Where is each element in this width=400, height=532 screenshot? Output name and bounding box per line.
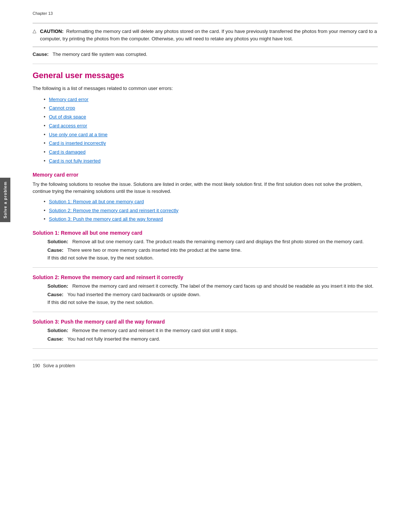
solution3-text: Remove the memory card and reinsert it i… xyxy=(72,328,238,333)
solution-links-list: Solution 1: Remove all but one memory ca… xyxy=(33,198,378,223)
list-item: Out of disk space xyxy=(44,113,378,121)
list-item: Card is not fully inserted xyxy=(44,157,378,165)
side-tab-label: Solve a problem xyxy=(3,181,7,218)
solution1-cause-text: There were two or more memory cards inse… xyxy=(67,247,241,253)
cause-line: Cause: The memory card file system was c… xyxy=(33,51,378,57)
solution1-if-not-solved: If this did not solve the issue, try the… xyxy=(47,255,378,261)
memory-card-error-title: Memory card error xyxy=(33,172,378,178)
solution1-text: Remove all but one memory card. The prod… xyxy=(72,239,364,244)
caution-box: △ CAUTION: Reformatting the memory card … xyxy=(33,23,378,47)
solution1-cause-label: Cause: xyxy=(47,247,63,253)
solution2-if-not-solved: If this did not solve the issue, try the… xyxy=(47,300,378,305)
page-number: 190 xyxy=(33,363,40,368)
solution2-cause-label: Cause: xyxy=(47,292,63,297)
solution2-title: Solution 2: Remove the memory card and r… xyxy=(33,274,378,280)
list-item: Memory card error xyxy=(44,96,378,104)
solution3-label: Solution: xyxy=(47,328,68,333)
list-item: Solution 3: Push the memory card all the… xyxy=(44,215,378,223)
list-item: Card access error xyxy=(44,122,378,130)
link-use-only-one-card[interactable]: Use only one card at a time xyxy=(49,132,107,137)
link-sol2[interactable]: Solution 2: Remove the memory card and r… xyxy=(49,208,179,213)
solution2-cause-block: Cause: You had inserted the memory card … xyxy=(47,292,378,297)
link-sol3[interactable]: Solution 3: Push the memory card all the… xyxy=(49,216,163,222)
section-intro: The following is a list of messages rela… xyxy=(33,85,378,92)
divider-sol2 xyxy=(33,312,378,312)
footer: 190 Solve a problem xyxy=(33,360,378,368)
solution2-text: Remove the memory card and reinsert it c… xyxy=(72,283,373,289)
solution3-block: Solution: Remove the memory card and rei… xyxy=(47,328,378,333)
list-item: Solution 1: Remove all but one memory ca… xyxy=(44,198,378,206)
link-cannot-crop[interactable]: Cannot crop xyxy=(49,105,75,111)
link-sol1[interactable]: Solution 1: Remove all but one memory ca… xyxy=(49,199,144,204)
divider-top xyxy=(33,64,378,64)
solution3-cause-block: Cause: You had not fully inserted the me… xyxy=(47,336,378,342)
footer-label: Solve a problem xyxy=(43,363,75,368)
solution1-block: Solution: Remove all but one memory card… xyxy=(47,239,378,244)
link-card-access-error[interactable]: Card access error xyxy=(49,123,87,128)
solution1-label: Solution: xyxy=(47,239,68,244)
caution-label: CAUTION: xyxy=(40,29,64,34)
chapter-label: Chapter 13 xyxy=(33,11,378,16)
divider-sol3 xyxy=(33,348,378,349)
solution2-cause-text: You had inserted the memory card backwar… xyxy=(67,292,200,297)
list-item: Card is inserted incorrectly xyxy=(44,140,378,147)
side-tab: Solve a problem xyxy=(0,178,10,222)
solution3-cause-label: Cause: xyxy=(47,336,63,342)
caution-icon: △ xyxy=(33,28,36,34)
list-item: Solution 2: Remove the memory card and r… xyxy=(44,207,378,215)
solution3-title: Solution 3: Push the memory card all the… xyxy=(33,319,378,325)
link-card-is-damaged[interactable]: Card is damaged xyxy=(49,149,86,155)
solution2-label: Solution: xyxy=(47,283,68,289)
section-links-list: Memory card error Cannot crop Out of dis… xyxy=(33,96,378,165)
list-item: Cannot crop xyxy=(44,104,378,112)
list-item: Card is damaged xyxy=(44,148,378,156)
cause-label-intro: Cause: xyxy=(33,51,49,57)
caution-text: CAUTION: Reformatting the memory card wi… xyxy=(40,28,378,42)
caution-body: Reformatting the memory card will delete… xyxy=(40,29,377,41)
solution2-block: Solution: Remove the memory card and rei… xyxy=(47,283,378,289)
list-item: Use only one card at a time xyxy=(44,131,378,139)
link-card-not-fully-inserted[interactable]: Card is not fully inserted xyxy=(49,158,100,164)
cause-text-intro: The memory card file system was corrupte… xyxy=(53,51,147,57)
solution1-cause-block: Cause: There were two or more memory car… xyxy=(47,247,378,253)
divider-sol1 xyxy=(33,267,378,268)
solution3-cause-text: You had not fully inserted the memory ca… xyxy=(67,336,160,342)
section-title: General user messages xyxy=(33,71,378,80)
link-memory-card-error[interactable]: Memory card error xyxy=(49,97,89,102)
memory-card-error-intro: Try the following solutions to resolve t… xyxy=(33,181,378,195)
link-card-inserted-incorrectly[interactable]: Card is inserted incorrectly xyxy=(49,140,106,146)
link-out-of-disk-space[interactable]: Out of disk space xyxy=(49,114,86,120)
solution1-title: Solution 1: Remove all but one memory ca… xyxy=(33,230,378,236)
